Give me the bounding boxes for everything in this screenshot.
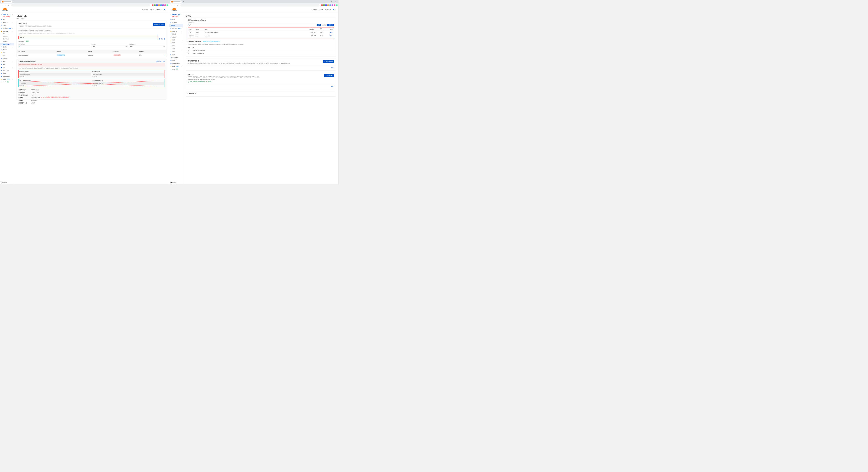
cert-txt-name[interactable]: dsm.marisalnc.com xyxy=(20,73,91,76)
sidebar-item-Scrape Shield[interactable]: ▦Scrape Shield xyxy=(169,62,183,65)
ext-icon[interactable] xyxy=(158,4,160,6)
sidebar-item-SSL/TLS[interactable]: 🔒SSL/TLS⌄ xyxy=(169,30,183,33)
sidebar-item-缓存[interactable]: ☁缓存⌄ xyxy=(169,41,183,44)
nav-forward-icon[interactable]: → xyxy=(4,4,6,6)
sidebar-item-安全性[interactable]: 🛡安全性⌄ xyxy=(0,46,14,49)
upgrade-business-button[interactable]: 升级到 Business xyxy=(323,60,334,63)
nav-forward-icon[interactable]: → xyxy=(174,4,176,6)
host-txt-name[interactable]: _cf-custom- xyxy=(20,82,91,85)
add-site-link[interactable]: ＋ 添加站点 xyxy=(310,9,318,10)
ext-icon[interactable] xyxy=(336,4,338,6)
sidebar-item-Apps[interactable]: ▦Apps xyxy=(0,72,14,75)
sidebar-item-数据分析[interactable]: ◔数据分析⌄ xyxy=(0,21,14,24)
browser-tab[interactable] xyxy=(1,0,12,3)
sidebar-item-电子邮件[interactable]: ✉电子邮件Beta⌄ xyxy=(169,27,183,30)
site-crumb[interactable]: ← marisalnc.com ⌄ xyxy=(169,13,183,16)
window-close-icon[interactable]: ✕ xyxy=(333,0,338,3)
support-menu[interactable]: 支持▼ xyxy=(318,9,324,10)
sidebar-item-SSL/TLS[interactable]: 🔒SSL/TLS^ xyxy=(0,30,14,33)
cert-txt-value[interactable]: ca3-3b63ce4306e xyxy=(92,73,164,76)
add-site-link[interactable]: ＋ 添加站点 xyxy=(141,9,149,10)
nav-reload-icon[interactable]: ⟳ xyxy=(7,4,10,6)
nav-back-icon[interactable]: ← xyxy=(1,4,3,6)
edit-record-link[interactable]: 编辑 ▸ xyxy=(330,32,333,33)
ext-icon[interactable] xyxy=(323,4,325,6)
sidebar-subitem-边缘证书[interactable]: 边缘证书 xyxy=(0,35,14,38)
table-row[interactable]: dsm.marisalnc.com ⓘ 待验证 (TXT) Cloudflare… xyxy=(17,53,166,57)
delete-link[interactable]: 删除 xyxy=(163,61,165,62)
dns-row[interactable]: CNAMEdsmdnsht1.cf☁仅限 DNS1 分钟编辑 ▸ xyxy=(188,34,333,37)
ext-icon[interactable] xyxy=(152,4,153,6)
nav-back-icon[interactable]: ← xyxy=(170,4,173,6)
sidebar-item-规则[interactable]: ⟐规则⌄ xyxy=(0,60,14,63)
sidebar-item-流量[interactable]: ⇄流量⌄ xyxy=(0,66,14,69)
sidebar-item-概述[interactable]: ▦概述 xyxy=(0,18,14,21)
sidebar-item-缓存[interactable]: ☁缓存⌄ xyxy=(0,54,14,57)
dns-search-input[interactable] xyxy=(188,24,316,26)
sidebar-item-安全性[interactable]: 🛡安全性⌄ xyxy=(169,33,183,35)
sidebar-item-概述[interactable]: ▦概述 xyxy=(169,18,183,21)
cert-status-select[interactable]: 全部 xyxy=(92,45,127,48)
sidebar-item-速度[interactable]: ⚡速度⌄ xyxy=(169,38,183,41)
new-tab-button[interactable]: + xyxy=(182,0,185,3)
dns-row[interactable]: TXTdsmca3-3b63ce4306e44f0fa...☁仅限 DNS自动编… xyxy=(188,31,333,34)
window-minimize-icon[interactable]: — xyxy=(325,0,329,3)
ext-icon[interactable] xyxy=(156,4,158,6)
user-menu-icon[interactable]: 👤▼ xyxy=(163,9,167,10)
refresh-link[interactable]: 刷新 xyxy=(156,61,158,62)
ext-icon[interactable] xyxy=(160,4,162,6)
add-record-button[interactable]: + 添加记录 xyxy=(327,24,334,26)
host-status-select[interactable]: 全部 xyxy=(129,45,165,48)
sidebar-item-网络[interactable]: ⊕网络 xyxy=(0,63,14,66)
ext-icon[interactable] xyxy=(334,4,336,6)
site-crumb[interactable]: ← dnsht1.cf ⌄ xyxy=(0,13,14,16)
new-tab-button[interactable]: + xyxy=(13,0,16,3)
edit-link[interactable]: 编辑 xyxy=(159,61,161,62)
sidebar-item-Scrape Shield[interactable]: ▦Scrape Shield xyxy=(0,75,14,78)
browser-tab[interactable] xyxy=(170,0,182,3)
ext-icon[interactable] xyxy=(321,4,323,6)
sidebar-item-DNS[interactable]: ⧉DNS xyxy=(0,24,14,27)
url-input[interactable] xyxy=(180,4,320,6)
help-link[interactable]: 帮助 ▸ xyxy=(331,86,334,87)
sidebar-subitem-自定义主机名[interactable]: 自定义主机名 xyxy=(0,43,14,46)
add-custom-hostname-button[interactable]: 添加自定义主机名 xyxy=(153,23,165,26)
ext-icon[interactable] xyxy=(327,4,329,6)
back-icon[interactable]: ← xyxy=(170,14,171,15)
sidebar-item-Access[interactable]: ⊙Access xyxy=(0,49,14,51)
sidebar-subitem-概述[interactable]: 概述 xyxy=(0,33,14,35)
help-link[interactable]: 帮助 ▸ xyxy=(331,67,334,68)
support-menu[interactable]: 支持▼ xyxy=(149,9,155,10)
sidebar-item-Zaraz[interactable]: ⚡ZarazBeta⌄ xyxy=(169,65,183,68)
sidebar-item-网络[interactable]: ⊕网络 xyxy=(169,50,183,53)
ext-icon[interactable] xyxy=(154,4,156,6)
sidebar-item-Workers[interactable]: ⚙Workers xyxy=(169,45,183,47)
cloudflare-logo[interactable]: CLOUDFLARE xyxy=(171,8,178,11)
hostname-search-input[interactable] xyxy=(19,46,90,48)
fallback-origin-input[interactable] xyxy=(19,36,158,39)
disable-dnssec-button[interactable]: 禁用 DNSSEC xyxy=(324,74,334,77)
sidebar-item-流量[interactable]: ⇄流量⌄ xyxy=(169,53,183,56)
window-maximize-icon[interactable]: ☐ xyxy=(329,0,333,3)
ext-icon[interactable] xyxy=(164,4,166,6)
nav-reload-icon[interactable]: ⟳ xyxy=(177,4,179,6)
ext-icon[interactable] xyxy=(162,4,164,6)
ext-icon[interactable] xyxy=(325,4,327,6)
sidebar-item-数据分析[interactable]: ◔数据分析⌄ xyxy=(169,21,183,24)
ext-icon[interactable] xyxy=(166,4,168,6)
sidebar-item-Web3[interactable]: ✦Web3新 xyxy=(169,68,183,70)
sidebar-item-规则[interactable]: ⟐规则⌄ xyxy=(169,47,183,50)
ext-icon[interactable] xyxy=(332,4,333,6)
sidebar-item-Web3[interactable]: ✦Web3新 xyxy=(0,81,14,83)
user-menu-icon[interactable]: 👤▼ xyxy=(332,9,337,10)
ext-icon[interactable] xyxy=(329,4,331,6)
sidebar-item-自定义页面[interactable]: 🏳自定义页面 xyxy=(0,69,14,72)
sidebar-item-Access[interactable]: ⊙Access xyxy=(169,36,183,38)
back-icon[interactable]: ← xyxy=(1,14,2,15)
sidebar-item-自定义页面[interactable]: 🏳自定义页面 xyxy=(169,56,183,59)
sidebar-item-电子邮件[interactable]: ✉电子邮件Beta⌄ xyxy=(0,27,14,30)
edit-record-link[interactable]: 编辑 ▸ xyxy=(330,35,333,36)
lang-menu[interactable]: 简体中文▼ xyxy=(155,9,163,10)
sidebar-subitem-源服务器[interactable]: 源服务器 xyxy=(0,40,14,43)
collapse-sidebar[interactable]: ◐折叠边栏 xyxy=(1,182,7,183)
